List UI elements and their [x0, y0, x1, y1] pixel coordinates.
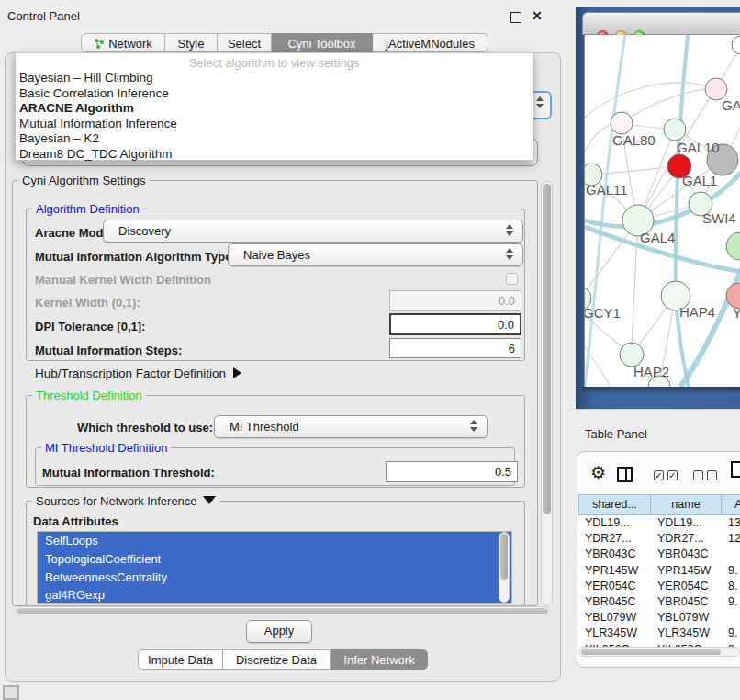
- table-hscrollbar-thumb[interactable]: [581, 649, 721, 655]
- tab-style[interactable]: Style: [165, 33, 218, 52]
- attributes-scrollbar-thumb[interactable]: [500, 534, 508, 580]
- table-cell[interactable]: YBR045C: [651, 594, 722, 610]
- settings-scrollbar[interactable]: [541, 181, 553, 605]
- hub-definition-toggle[interactable]: Hub/Transcription Factor Definition: [35, 367, 241, 380]
- settings-hscrollbar[interactable]: [16, 606, 551, 615]
- table-body[interactable]: YDL19...YDL19...13YDR27...YDR27...12YBR0…: [578, 515, 740, 647]
- attribute-item[interactable]: TopologicalCoefficient: [38, 550, 511, 569]
- table-row[interactable]: YDR27...YDR27...12: [578, 531, 740, 547]
- table-cell[interactable]: YPR145W: [651, 563, 722, 579]
- bottom-tab-infer-network[interactable]: Infer Network: [331, 649, 428, 670]
- table-cell[interactable]: 9.: [722, 594, 740, 610]
- table-cell[interactable]: 9.: [722, 626, 740, 641]
- node-unlabeled[interactable]: [726, 232, 740, 260]
- close-icon[interactable]: ✕: [532, 8, 543, 23]
- dropdown-prompt: Select algorithm to view settings: [16, 56, 533, 70]
- dropdown-item[interactable]: Bayesian – K2: [16, 131, 533, 147]
- network-view-canvas[interactable]: GALGAL80GAL10GAL1GAL11SWI4GAL4GCY1HAP4YH…: [584, 35, 740, 387]
- select-all-checkbox2-icon[interactable]: [667, 470, 678, 480]
- tab-network[interactable]: Network: [81, 33, 165, 52]
- table-cell[interactable]: YER054C: [651, 579, 722, 594]
- aracne-mode-select[interactable]: Discovery: [103, 220, 523, 243]
- settings-hscrollbar-thumb[interactable]: [17, 608, 548, 614]
- which-threshold-select[interactable]: MI Threshold: [214, 415, 488, 438]
- mi-type-select[interactable]: Naive Bayes: [228, 243, 523, 266]
- table-cell[interactable]: YBR043C: [578, 547, 651, 562]
- deselect-checkbox2-icon[interactable]: [707, 470, 717, 480]
- network-window-titlebar[interactable]: [582, 12, 740, 35]
- column-header-shared-name[interactable]: shared...: [578, 494, 651, 515]
- table-cell[interactable]: YBR043C: [651, 547, 722, 562]
- which-threshold-label: Which threshold to use:: [77, 421, 213, 435]
- node-GAL80[interactable]: [611, 112, 633, 134]
- table-cell[interactable]: 9.: [722, 563, 740, 579]
- window-shadow: [582, 387, 740, 394]
- dropdown-item[interactable]: Bayesian – Hill Climbing: [16, 71, 533, 86]
- attribute-item[interactable]: BetweennessCentrality: [38, 569, 511, 587]
- export-table-icon[interactable]: [731, 461, 740, 478]
- table-cell[interactable]: YBL079W: [578, 610, 651, 626]
- table-cell[interactable]: YDR27...: [578, 531, 651, 547]
- table-row[interactable]: YPR145WYPR145W9.: [578, 563, 740, 579]
- table-cell[interactable]: 13: [722, 515, 740, 531]
- dropdown-item[interactable]: Dream8 DC_TDC Algorithm: [16, 147, 533, 163]
- mi-threshold-field[interactable]: 0.5: [386, 461, 518, 482]
- dropdown-item[interactable]: Basic Correlation Inference: [16, 86, 533, 102]
- table-cell[interactable]: YLR345W: [651, 626, 722, 641]
- table-row[interactable]: YER054CYER054C8.: [578, 579, 740, 594]
- tab-select[interactable]: Select: [218, 33, 272, 52]
- table-row[interactable]: YBR045CYBR045C9.: [578, 594, 740, 610]
- table-cell[interactable]: YBR045C: [578, 594, 651, 610]
- table-cell[interactable]: YLR345W: [578, 626, 651, 641]
- deselect-checkbox-icon[interactable]: [693, 470, 703, 480]
- table-cell[interactable]: YER054C: [578, 579, 651, 594]
- attribute-item[interactable]: gal4RGexp: [38, 586, 511, 604]
- control-panel-title: Control Panel: [7, 9, 80, 23]
- settings-group-title: Cyni Algorithm Settings: [18, 174, 149, 187]
- dropdown-item[interactable]: ARACNE Algorithm: [16, 101, 533, 117]
- table-cell[interactable]: YBL079W: [651, 610, 722, 626]
- gear-icon[interactable]: ⚙: [590, 462, 606, 483]
- column-header-name[interactable]: name: [651, 494, 722, 515]
- table-cell[interactable]: 12: [722, 531, 740, 547]
- table-cell[interactable]: YDL19...: [578, 515, 651, 531]
- kernel-width-field[interactable]: 0.0: [389, 290, 521, 311]
- sources-title[interactable]: Sources for Network Inference: [32, 494, 219, 508]
- attributes-scrollbar[interactable]: [499, 532, 510, 603]
- apply-button[interactable]: Apply: [246, 620, 312, 643]
- node-label-HAP4: HAP4: [679, 304, 715, 320]
- mi-steps-label: Mutual Information Steps:: [35, 344, 182, 357]
- stepper-down-icon: [536, 104, 544, 108]
- tab-jactivemnodules[interactable]: jActiveMNodules: [373, 33, 488, 52]
- dropdown-item[interactable]: Mutual Information Inference: [16, 117, 533, 132]
- table-row[interactable]: YDL19...YDL19...13: [578, 515, 740, 531]
- table-hscrollbar[interactable]: [578, 647, 740, 657]
- settings-scrollbar-thumb[interactable]: [543, 184, 551, 514]
- data-attributes-list[interactable]: SelfLoopsTopologicalCoefficientBetweenne…: [37, 531, 512, 604]
- table-cell[interactable]: 8.: [722, 579, 740, 594]
- manual-kernel-checkbox[interactable]: [506, 273, 518, 285]
- bottom-tab-discretize-data[interactable]: Discretize Data: [223, 649, 331, 670]
- bottom-left-panel-icon[interactable]: [3, 685, 19, 700]
- table-cell[interactable]: [722, 547, 740, 562]
- table-cell[interactable]: YDR27...: [651, 531, 722, 547]
- table-row[interactable]: YBL079WYBL079W: [578, 610, 740, 626]
- column-header-partial[interactable]: A: [722, 494, 740, 515]
- bottom-tab-impute-data[interactable]: Impute Data: [138, 649, 223, 670]
- table-row[interactable]: YLR345WYLR345W9.: [578, 626, 740, 641]
- node-unlabeled[interactable]: [732, 36, 740, 54]
- select-all-checkbox-icon[interactable]: [654, 470, 664, 480]
- mi-steps-field[interactable]: 6: [389, 338, 521, 358]
- tab-network-label: Network: [108, 37, 152, 51]
- table-cell[interactable]: YDL19...: [651, 515, 722, 531]
- table-cell[interactable]: YPR145W: [578, 563, 651, 579]
- table-row[interactable]: YBR043CYBR043C: [578, 547, 740, 562]
- attribute-item[interactable]: SelfLoops: [38, 532, 511, 550]
- node-label-GAL4: GAL4: [640, 230, 675, 245]
- dpi-tolerance-field[interactable]: 0.0: [389, 313, 521, 335]
- columns-icon[interactable]: [617, 467, 633, 482]
- tab-cyni-toolbox[interactable]: Cyni Toolbox: [272, 33, 373, 52]
- table-cell[interactable]: [722, 610, 740, 626]
- node-GAL10[interactable]: [664, 119, 686, 141]
- float-window-icon[interactable]: [510, 12, 521, 23]
